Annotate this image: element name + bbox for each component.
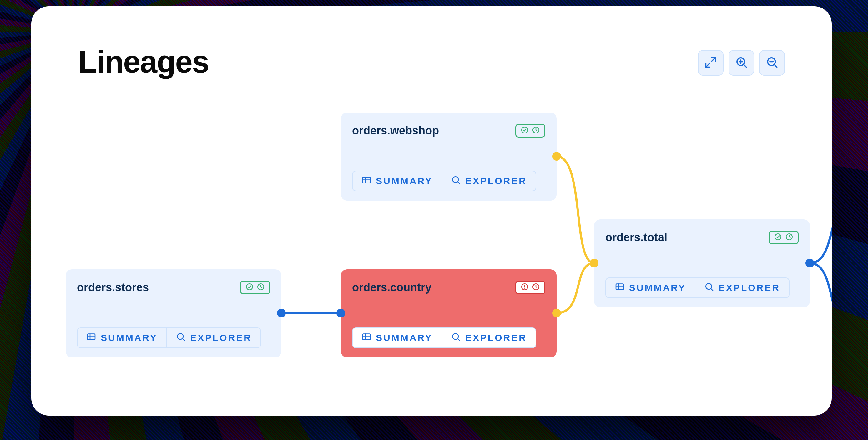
zoom-in-icon — [735, 56, 748, 70]
page-title: Lineages — [78, 44, 209, 80]
edge-country-total — [557, 263, 594, 313]
node-header: orders.country — [352, 279, 545, 296]
summary-button[interactable]: SUMMARY — [352, 171, 442, 191]
alert-circle-icon — [521, 283, 529, 292]
view-controls — [698, 50, 785, 76]
search-icon — [704, 282, 714, 294]
summary-label: SUMMARY — [101, 333, 158, 343]
node-title: orders.country — [352, 281, 432, 294]
node-orders-country[interactable]: orders.country — [341, 269, 557, 358]
svg-line-24 — [458, 339, 460, 341]
node-actions: SUMMARY EXPLORER — [352, 328, 545, 348]
summary-label: SUMMARY — [629, 282, 686, 293]
svg-point-18 — [524, 288, 525, 289]
node-title: orders.stores — [77, 281, 149, 294]
explorer-label: EXPLORER — [190, 333, 252, 343]
table-icon — [615, 282, 625, 294]
clock-circle-icon — [532, 126, 540, 135]
node-orders-webshop[interactable]: orders.webshop — [341, 112, 557, 201]
summary-button[interactable]: SUMMARY — [77, 328, 167, 348]
check-circle-icon — [245, 283, 254, 292]
node-orders-total[interactable]: orders.total S — [594, 219, 810, 307]
node-actions: SUMMARY EXPLORER — [77, 328, 270, 348]
viewport: Lineages — [0, 0, 868, 440]
check-circle-icon — [521, 126, 529, 135]
summary-button[interactable]: SUMMARY — [606, 277, 695, 298]
search-icon — [451, 332, 461, 344]
table-icon — [362, 175, 371, 187]
node-header: orders.total — [606, 229, 799, 246]
port-out-total[interactable] — [805, 259, 814, 268]
search-icon — [176, 332, 186, 344]
expand-icon — [704, 56, 717, 70]
status-badge-ok — [240, 281, 270, 294]
summary-label: SUMMARY — [376, 176, 433, 186]
zoom-out-button[interactable] — [759, 50, 785, 76]
port-out-webshop[interactable] — [552, 152, 561, 161]
port-out-stores[interactable] — [277, 309, 286, 317]
explorer-label: EXPLORER — [718, 282, 780, 293]
summary-label: SUMMARY — [376, 333, 433, 343]
table-icon — [362, 332, 371, 344]
node-title: orders.webshop — [352, 124, 439, 137]
node-title: orders.total — [606, 231, 667, 244]
explorer-label: EXPLORER — [465, 333, 527, 343]
search-icon — [451, 175, 461, 187]
node-header: orders.webshop — [352, 122, 545, 139]
edge-total-offscreen-top — [810, 197, 832, 263]
svg-rect-20 — [363, 334, 370, 340]
node-orders-stores[interactable]: orders.stores — [66, 269, 281, 358]
svg-rect-34 — [616, 284, 623, 290]
clock-circle-icon — [785, 233, 793, 242]
port-in-country[interactable] — [336, 309, 345, 317]
expand-button[interactable] — [698, 50, 723, 76]
explorer-button[interactable]: EXPLORER — [695, 277, 789, 298]
svg-rect-27 — [88, 334, 95, 340]
explorer-button[interactable]: EXPLORER — [442, 328, 536, 348]
zoom-out-icon — [766, 56, 779, 70]
svg-line-3 — [744, 65, 746, 67]
node-actions: SUMMARY EXPLORER — [352, 171, 545, 191]
svg-rect-11 — [363, 177, 370, 183]
status-badge-ok — [515, 124, 545, 137]
port-out-country[interactable] — [552, 309, 561, 317]
lineage-panel: Lineages — [31, 6, 832, 416]
svg-line-38 — [711, 289, 713, 291]
node-header: orders.stores — [77, 279, 270, 296]
check-circle-icon — [774, 233, 782, 242]
summary-button[interactable]: SUMMARY — [352, 328, 442, 348]
explorer-label: EXPLORER — [465, 176, 527, 186]
node-actions: SUMMARY EXPLORER — [606, 277, 799, 298]
zoom-in-button[interactable] — [728, 50, 754, 76]
svg-line-31 — [183, 339, 184, 341]
svg-line-7 — [775, 65, 777, 67]
status-badge-ok — [769, 231, 799, 244]
port-in-total[interactable] — [590, 259, 598, 268]
explorer-button[interactable]: EXPLORER — [442, 171, 536, 191]
svg-line-15 — [458, 182, 460, 184]
clock-alert-icon — [532, 283, 540, 292]
explorer-button[interactable]: EXPLORER — [167, 328, 261, 348]
status-badge-error — [515, 281, 545, 294]
edge-webshop-total — [557, 156, 594, 263]
edge-total-offscreen-bottom — [810, 263, 832, 334]
table-icon — [86, 332, 96, 344]
clock-circle-icon — [257, 283, 265, 292]
lineage-canvas[interactable]: orders.webshop — [31, 106, 832, 416]
